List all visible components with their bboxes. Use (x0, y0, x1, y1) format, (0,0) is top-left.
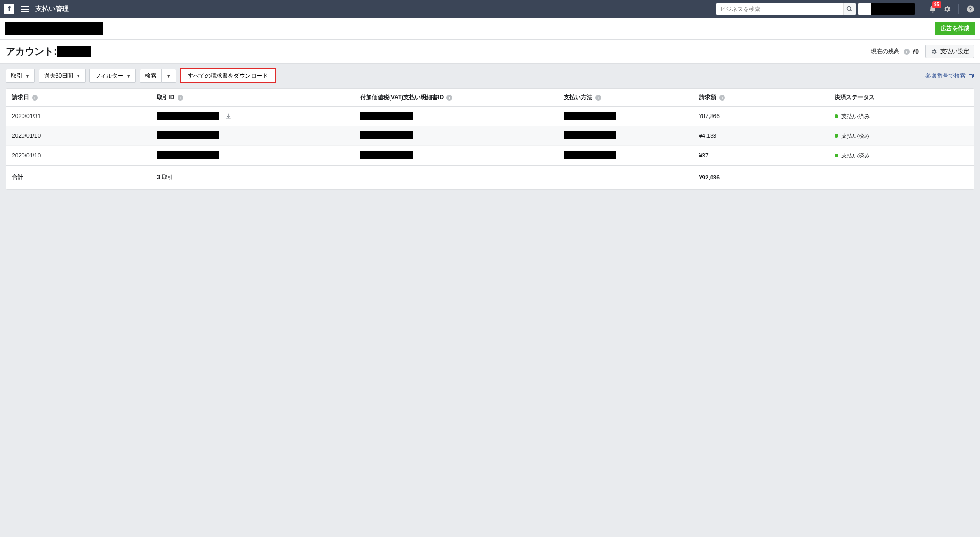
status-dot-icon (835, 114, 838, 118)
table-row[interactable]: 2020/01/31¥87,866支払い済み (6, 107, 974, 126)
col-amount[interactable]: 請求額 i (693, 89, 829, 107)
cell-txid (151, 126, 355, 146)
caret-down-icon: ▼ (167, 74, 171, 78)
cell-date: 2020/01/31 (6, 107, 151, 126)
notification-badge: 95 (932, 1, 941, 8)
account-id-redacted (57, 46, 91, 57)
col-vat-id[interactable]: 付加価値税(VAT)支払い明細書ID i (355, 89, 558, 107)
col-transaction-id[interactable]: 取引ID i (151, 89, 355, 107)
method-redacted (564, 112, 616, 120)
transactions-dropdown[interactable]: 取引▼ (6, 69, 35, 83)
search-button[interactable]: 検索 (140, 69, 161, 83)
caret-down-icon: ▼ (25, 74, 30, 78)
cell-vat (355, 126, 558, 146)
business-search-input[interactable] (716, 3, 843, 15)
cell-vat (355, 107, 558, 126)
caret-down-icon: ▼ (126, 74, 131, 78)
transactions-table-wrap: 請求日 i 取引ID i 付加価値税(VAT)支払い明細書ID i 支払い方法 … (6, 88, 974, 190)
cell-date: 2020/01/10 (6, 126, 151, 146)
balance-label: 現在の残高 (871, 47, 900, 56)
filter-dropdown[interactable]: フィルター▼ (89, 69, 136, 83)
vat-redacted (360, 151, 413, 159)
col-status[interactable]: 決済ステータス (829, 89, 974, 107)
info-icon[interactable]: i (446, 95, 452, 101)
cell-status: 支払い済み (829, 107, 974, 126)
balance-value: ¥0 (913, 48, 919, 55)
profile-name-redacted (871, 3, 915, 15)
create-ad-button[interactable]: 広告を作成 (935, 22, 975, 35)
table-row[interactable]: 2020/01/10¥37支払い済み (6, 146, 974, 166)
cell-method (558, 107, 693, 126)
download-icon (225, 113, 232, 120)
cell-amount: ¥37 (693, 146, 829, 166)
payment-settings-button[interactable]: 支払い設定 (925, 45, 974, 58)
svg-point-0 (847, 7, 851, 11)
info-icon[interactable]: i (178, 95, 183, 101)
profile-thumbnail (858, 3, 871, 15)
footer-total-label: 合計 (6, 166, 151, 190)
info-icon[interactable]: i (32, 95, 38, 101)
info-icon[interactable]: i (595, 95, 601, 101)
gear-icon (931, 48, 937, 55)
svg-text:?: ? (969, 6, 972, 11)
method-redacted (564, 131, 616, 139)
facebook-logo[interactable]: f (4, 4, 14, 14)
sub-header: 広告を作成 (0, 18, 980, 40)
page-title: 支払い管理 (35, 5, 69, 13)
daterange-dropdown[interactable]: 過去30日間▼ (39, 69, 86, 83)
external-icon (969, 73, 974, 79)
profile-switcher[interactable] (858, 3, 915, 15)
col-invoice-date[interactable]: 請求日 i (6, 89, 151, 107)
info-icon[interactable]: i (719, 95, 725, 101)
status-dot-icon (835, 154, 838, 157)
cell-status: 支払い済み (829, 126, 974, 146)
table-row[interactable]: 2020/01/10¥4,133支払い済み (6, 126, 974, 146)
cell-amount: ¥87,866 (693, 107, 829, 126)
gear-icon (943, 5, 951, 13)
top-nav: f 支払い管理 95 ? (0, 0, 980, 18)
col-payment-method[interactable]: 支払い方法 i (558, 89, 693, 107)
account-label: アカウント: (6, 45, 57, 58)
cell-vat (355, 146, 558, 166)
vat-redacted (360, 112, 413, 120)
search-by-reference-link[interactable]: 参照番号で検索 (925, 72, 974, 80)
cell-amount: ¥4,133 (693, 126, 829, 146)
method-redacted (564, 151, 616, 159)
cell-method (558, 146, 693, 166)
info-icon[interactable]: i (904, 49, 910, 55)
download-all-invoices-button[interactable]: すべての請求書をダウンロード (180, 68, 276, 83)
status-dot-icon (835, 134, 838, 138)
svg-line-1 (850, 10, 852, 11)
footer-tx-count: 3 取引 (151, 166, 355, 190)
vat-redacted (360, 131, 413, 139)
account-name-redacted (5, 22, 103, 35)
settings-button[interactable] (941, 3, 953, 15)
txid-redacted (157, 112, 219, 120)
balance-display: 現在の残高 i ¥0 (871, 47, 919, 56)
cell-txid (151, 146, 355, 166)
notifications-button[interactable]: 95 (927, 3, 938, 15)
search-dropdown[interactable]: ▼ (161, 69, 176, 83)
business-search-button[interactable] (843, 3, 856, 15)
search-icon (846, 6, 853, 12)
help-icon: ? (966, 5, 975, 13)
account-bar: アカウント: 現在の残高 i ¥0 支払い設定 (0, 40, 980, 64)
filter-toolbar: 取引▼ 過去30日間▼ フィルター▼ 検索 ▼ すべての請求書をダウンロード 参… (0, 64, 980, 88)
footer-total-amount: ¥92,036 (693, 166, 829, 190)
cell-txid (151, 107, 355, 126)
cell-method (558, 126, 693, 146)
download-invoice-button[interactable] (225, 113, 232, 120)
business-search (716, 3, 856, 15)
cell-date: 2020/01/10 (6, 146, 151, 166)
transactions-table: 請求日 i 取引ID i 付加価値税(VAT)支払い明細書ID i 支払い方法 … (6, 89, 974, 189)
hamburger-menu-icon[interactable] (19, 4, 31, 14)
svg-rect-4 (969, 74, 973, 78)
cell-status: 支払い済み (829, 146, 974, 166)
caret-down-icon: ▼ (76, 74, 80, 78)
txid-redacted (157, 131, 219, 139)
help-button[interactable]: ? (965, 3, 976, 15)
txid-redacted (157, 151, 219, 159)
table-footer-row: 合計 3 取引 ¥92,036 (6, 166, 974, 190)
table-header-row: 請求日 i 取引ID i 付加価値税(VAT)支払い明細書ID i 支払い方法 … (6, 89, 974, 107)
